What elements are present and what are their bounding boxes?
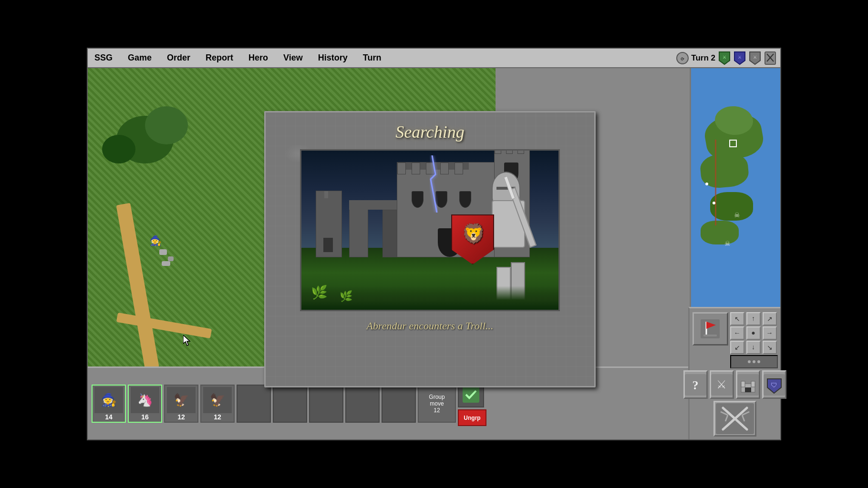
nav-up[interactable]: ↑ (746, 312, 761, 325)
dot-1 (748, 360, 751, 363)
move-value: 12 (434, 407, 440, 414)
menu-order[interactable]: Order (164, 51, 193, 65)
menu-hero[interactable]: Hero (246, 51, 271, 65)
unit-card-empty-3 (309, 385, 343, 423)
shield-defend-icon: 🛡 (764, 374, 785, 396)
unit-card-1[interactable]: 🧙 14 (92, 385, 126, 423)
forest-patch-3 (102, 135, 135, 163)
castle-button[interactable] (736, 370, 760, 399)
gray-shield-icon: ⚔ (749, 51, 761, 65)
dot-panel (730, 355, 778, 368)
ruin-window (323, 238, 333, 252)
svg-rect-23 (741, 381, 745, 387)
shield-button[interactable]: 🛡 (762, 370, 786, 399)
menu-ssg[interactable]: SSG (92, 51, 115, 65)
map-hero-unit: 🧙 (150, 235, 162, 246)
dialog-caption: Abrendur encounters a Troll... (266, 311, 594, 341)
ungrp-button[interactable]: Ungrp (458, 409, 486, 426)
turn-label: Turn 2 (691, 53, 715, 63)
attack-button[interactable] (713, 401, 756, 437)
svg-text:⟳: ⟳ (681, 56, 685, 61)
turn-scroll-icon: ⟳ (676, 51, 689, 65)
svg-rect-12 (463, 386, 479, 403)
nav-section: ↖ ↑ ↗ ← ● → ↙ ↓ ↘ (730, 312, 778, 368)
unit-button[interactable]: ⚔ (710, 370, 734, 399)
menu-turn[interactable]: Turn (360, 51, 384, 65)
svg-rect-24 (751, 381, 755, 387)
svg-marker-11 (183, 335, 190, 346)
info-button[interactable]: ? (683, 370, 708, 399)
nav-down-right[interactable]: ↘ (763, 341, 777, 354)
nav-left[interactable]: ← (730, 326, 744, 340)
svg-rect-25 (745, 387, 751, 392)
minimap-dot-1 (713, 202, 715, 204)
forest-patch-2 (145, 106, 188, 144)
crossed-swords-icon (764, 51, 776, 65)
minimap-road (715, 140, 716, 225)
nav-right[interactable]: → (763, 326, 777, 340)
attack-button-area (692, 401, 778, 437)
ruin-tower-left (316, 191, 342, 257)
unit-number-1: 14 (105, 413, 113, 421)
checkmark-icon (463, 386, 479, 403)
unit-number-2: 16 (141, 413, 149, 421)
panel-top-row: ↖ ↑ ↗ ← ● → ↙ ↓ ↘ (692, 310, 778, 368)
svg-text:?: ? (692, 378, 699, 392)
game-container: SSG Game Order Report Hero View History … (87, 48, 781, 440)
group-label: Group (429, 394, 444, 400)
minimap-island-5 (701, 221, 739, 244)
minimap-skull-1: ☠ (734, 211, 740, 219)
menu-history[interactable]: History (315, 51, 351, 65)
searching-dialog[interactable]: Searching (264, 111, 596, 387)
flag-icon (701, 319, 720, 338)
rock-3 (162, 261, 170, 266)
confirm-area: Ungrp (458, 381, 486, 426)
menu-report[interactable]: Report (203, 51, 236, 65)
lightning-icon (425, 155, 439, 213)
unit-sprite-2: 🦄 (131, 387, 159, 413)
nav-grid: ↖ ↑ ↗ ← ● → ↙ ↓ ↘ (730, 312, 778, 354)
nav-down-left[interactable]: ↙ (730, 341, 744, 354)
unit-card-4[interactable]: 🦅 12 (200, 385, 235, 423)
menu-bar: SSG Game Order Report Hero View History … (88, 49, 780, 68)
dot-2 (753, 360, 755, 363)
unit-sprite-3: 🦅 (167, 387, 196, 413)
castle-icon (737, 374, 759, 396)
group-info-panel: Group move 12 (418, 385, 456, 423)
svg-text:⚔: ⚔ (738, 55, 742, 60)
minimap-area: ☠ ☠ (690, 68, 780, 328)
menu-view[interactable]: View (280, 51, 306, 65)
game-area: 🧙 Searching (88, 68, 780, 439)
fg-shrub-1: 🌿 (311, 285, 328, 300)
svg-text:🛡: 🛡 (771, 382, 777, 389)
mouse-cursor (183, 335, 193, 348)
dot-3 (757, 360, 760, 363)
blue-shield-icon: ⚔ (734, 51, 746, 65)
minimap-dot-2 (705, 183, 708, 185)
knight-icon: ⚔ (711, 374, 733, 396)
unit-card-empty-2 (273, 385, 307, 423)
minimap-skull-2: ☠ (724, 240, 731, 248)
nav-center[interactable]: ● (746, 326, 761, 340)
unit-card-2[interactable]: 🦄 16 (128, 385, 162, 423)
nav-down[interactable]: ↓ (746, 341, 761, 354)
menu-game[interactable]: Game (125, 51, 155, 65)
action-buttons-row-1: ? ⚔ (692, 370, 778, 399)
dialog-title: Searching (266, 112, 594, 149)
flag-button[interactable] (692, 312, 728, 346)
unit-card-3[interactable]: 🦅 12 (164, 385, 198, 423)
right-panel: ↖ ↑ ↗ ← ● → ↙ ↓ ↘ (688, 307, 780, 439)
unit-sprite-4: 🦅 (203, 387, 232, 413)
unit-card-empty-5 (382, 385, 416, 423)
turn-indicator: ⟳ Turn 2 (676, 51, 715, 65)
svg-rect-16 (703, 335, 717, 336)
minimap-island-4 (710, 192, 753, 221)
minimap-selection-marker (729, 140, 737, 147)
knight-figure: 🦁 (463, 167, 539, 300)
unit-number-3: 12 (177, 413, 185, 421)
nav-up-left[interactable]: ↖ (730, 312, 744, 325)
unit-number-4: 12 (214, 413, 221, 421)
arch-top (349, 200, 402, 210)
green-shield-icon: ⚔ (718, 51, 731, 65)
nav-up-right[interactable]: ↗ (763, 312, 777, 325)
